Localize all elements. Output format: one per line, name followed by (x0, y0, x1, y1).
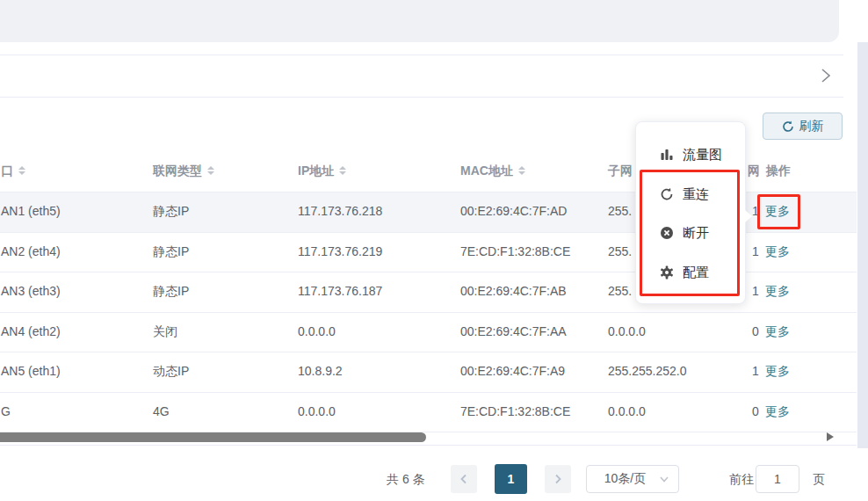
cell-mac: 00:E2:69:4C:7F:A9 (460, 352, 565, 392)
page-unit-label: 页 (813, 465, 825, 493)
cell-port: G (1, 392, 11, 432)
total-count-label: 共 6 条 (387, 465, 425, 493)
sort-carets-icon[interactable] (517, 163, 527, 178)
cell-mac: 00:E2:69:4C:7F:AA (460, 312, 567, 352)
bar-chart-icon (660, 148, 674, 162)
gear-icon (660, 265, 674, 280)
chevron-right-icon[interactable] (820, 67, 832, 84)
cell-subnet: 255. (608, 272, 632, 312)
row-divider (0, 392, 857, 393)
cell-ip: 117.173.76.218 (298, 192, 382, 232)
cell-ip: 117.173.76.187 (298, 272, 382, 312)
more-action-link[interactable]: 更多 (765, 272, 790, 312)
menu-item-configure[interactable]: 配置 (636, 256, 747, 289)
cell-mac: 7E:CD:F1:32:8B:CE (460, 392, 570, 432)
cell-type: 静态IP (153, 272, 189, 312)
menu-item-disconnect[interactable]: 断开 (636, 216, 747, 250)
goto-page-input[interactable] (756, 465, 799, 493)
cell-gateway-clipped: 1 (752, 232, 759, 272)
column-header-actions: 操作 (766, 150, 791, 192)
cell-mac: 00:E2:69:4C:7F:AD (460, 192, 567, 232)
row-divider (0, 352, 857, 352)
collapse-header-band[interactable] (0, 55, 843, 97)
more-action-link[interactable]: 更多 (765, 232, 790, 272)
cell-subnet: 0.0.0.0 (608, 392, 646, 432)
cell-port: AN3 (eth3) (1, 272, 61, 312)
reconnect-icon (660, 187, 674, 201)
cell-gateway-clipped: 0 (752, 312, 759, 352)
sort-carets-icon[interactable] (206, 163, 216, 178)
cell-subnet: 255. (608, 192, 632, 232)
cell-gateway-clipped: 1 (752, 272, 759, 312)
column-header-gateway-clipped: 网 (748, 150, 759, 192)
column-header-mac[interactable]: MAC地址 (460, 150, 527, 192)
more-action-link[interactable]: 更多 (765, 312, 790, 352)
page-size-select[interactable]: 10条/页 (586, 465, 679, 493)
cell-type: 关闭 (153, 312, 177, 352)
refresh-button[interactable]: 刷新 (763, 113, 843, 140)
cell-port: AN1 (eth5) (1, 192, 61, 232)
column-header-ip[interactable]: IP地址 (298, 150, 348, 192)
more-action-link[interactable]: 更多 (765, 352, 790, 392)
disconnect-icon (660, 226, 674, 240)
page-size-value: 10条/页 (587, 471, 658, 487)
cell-mac: 7E:CD:F1:32:8B:CE (460, 232, 570, 272)
refresh-button-label: 刷新 (799, 119, 824, 134)
actions-popup-menu: 流量图 重连 断开 (635, 121, 746, 304)
next-page-button[interactable] (545, 465, 571, 493)
menu-item-label: 重连 (683, 186, 709, 203)
column-header-subnet[interactable]: 子网 (608, 150, 633, 192)
menu-item-reconnect[interactable]: 重连 (636, 178, 747, 211)
refresh-icon (782, 120, 794, 133)
cell-port: AN5 (eth1) (1, 352, 61, 392)
cell-port: AN4 (eth2) (1, 312, 61, 352)
cell-gateway-clipped: 1 (752, 352, 759, 392)
prev-page-button[interactable] (451, 465, 477, 493)
current-page-button[interactable]: 1 (495, 464, 527, 494)
menu-item-traffic-graph[interactable]: 流量图 (636, 138, 747, 171)
more-action-link[interactable]: 更多 (765, 192, 790, 232)
column-header-type[interactable]: 联网类型 (153, 150, 216, 192)
table-bottom-border (0, 445, 857, 446)
sort-carets-icon[interactable] (337, 163, 348, 178)
sort-carets-icon[interactable] (17, 163, 27, 178)
cell-ip: 0.0.0.0 (298, 312, 336, 352)
menu-item-label: 流量图 (683, 147, 722, 163)
cell-type: 动态IP (153, 352, 189, 392)
cell-subnet: 0.0.0.0 (608, 312, 646, 352)
cell-type: 4G (153, 392, 170, 432)
goto-page-label: 前往 (729, 465, 754, 493)
cell-gateway-clipped: 0 (752, 392, 759, 432)
column-header-port[interactable]: 口 (1, 150, 27, 192)
row-divider (0, 312, 857, 313)
more-action-link[interactable]: 更多 (765, 392, 790, 432)
cell-type: 静态IP (153, 232, 189, 272)
page-background-edge (857, 42, 868, 448)
horizontal-scrollbar-thumb[interactable] (0, 432, 426, 442)
cell-mac: 00:E2:69:4C:7F:AB (460, 272, 567, 312)
pagination-bar: 共 6 条 1 10条/页 前往 页 (0, 465, 868, 493)
cell-port: AN2 (eth4) (1, 232, 61, 272)
cell-subnet: 255.255.252.0 (608, 352, 687, 392)
collapsed-top-panel (0, 0, 839, 42)
chevron-down-icon (658, 473, 670, 485)
cell-ip: 10.8.9.2 (298, 352, 343, 392)
fixed-actions-column: 操作 更多 更多 更多 更多 更多 更多 (759, 150, 857, 432)
cell-ip: 117.173.76.219 (298, 232, 382, 272)
menu-item-label: 配置 (683, 265, 709, 281)
cell-gateway-clipped: 1 (752, 192, 759, 232)
cell-ip: 0.0.0.0 (298, 392, 336, 432)
scroll-right-arrow-icon[interactable] (827, 432, 834, 441)
chevron-right-icon (552, 473, 564, 485)
popup-arrow (745, 210, 752, 222)
chevron-left-icon (458, 473, 470, 485)
cell-type: 静态IP (153, 192, 189, 232)
divider (0, 97, 843, 98)
cell-subnet: 255. (608, 232, 632, 272)
network-interface-page: 刷新 口 联网类型 IP地址 MAC地址 子网 网 AN1 (eth5) 静态I… (0, 0, 868, 501)
menu-item-label: 断开 (683, 225, 709, 242)
